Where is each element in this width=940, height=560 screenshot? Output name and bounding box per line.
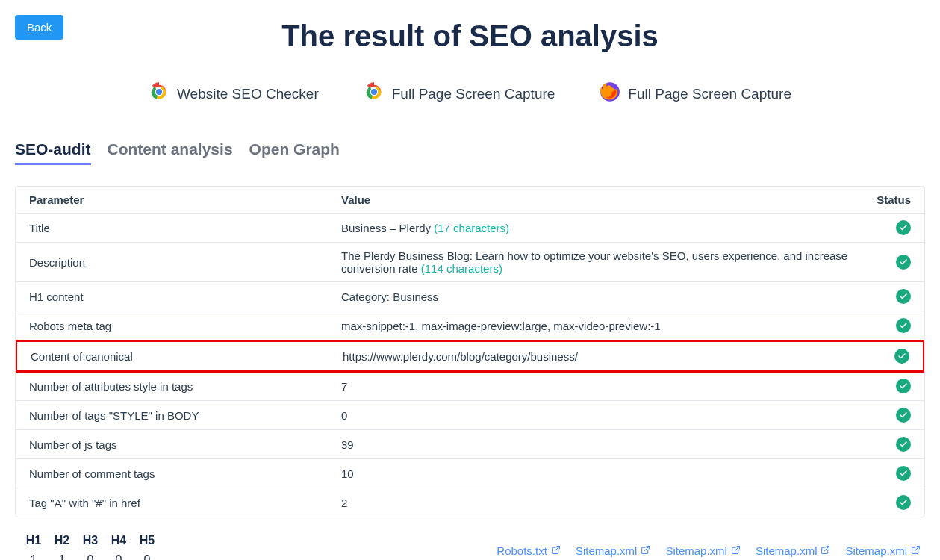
seo-audit-table: Parameter Value Status TitleBusiness – P… <box>15 186 925 517</box>
check-icon <box>896 437 911 452</box>
table-row: Number of attributes style in tags7 <box>16 372 924 401</box>
check-icon <box>896 408 911 423</box>
cell-param: Description <box>29 256 341 269</box>
cell-param: Number of comment tags <box>29 467 341 480</box>
cell-param: Robots meta tag <box>29 320 341 332</box>
cell-status <box>866 408 911 423</box>
heading-label: H2 <box>48 534 76 547</box>
check-icon <box>894 349 909 364</box>
external-link-icon <box>551 544 561 557</box>
page-title: The result of SEO analysis <box>15 19 925 53</box>
footer-link-2[interactable]: Sitemap.xml <box>665 544 741 557</box>
check-icon <box>896 495 911 510</box>
table-row: Number of comment tags10 <box>16 459 924 488</box>
table-row: H1 contentCategory: Business <box>16 282 924 311</box>
cell-status <box>866 466 911 481</box>
external-link-2[interactable]: Full Page Screen Capture <box>600 81 791 106</box>
heading-label: H3 <box>76 534 105 547</box>
footer-row: H11H21H30H40H50 Robots.txtSitemap.xmlSit… <box>15 534 925 560</box>
svg-line-10 <box>825 546 829 550</box>
external-link-row: Website SEO CheckerFull Page Screen Capt… <box>15 81 925 106</box>
svg-point-2 <box>156 89 162 95</box>
check-icon <box>896 220 911 235</box>
char-count-note: (114 characters) <box>418 262 502 275</box>
heading-count-h5: H50 <box>133 534 161 560</box>
check-icon <box>896 255 911 270</box>
cell-value: 10 <box>341 467 866 480</box>
table-row: Content of canonicalhttps://www.plerdy.c… <box>15 340 925 373</box>
heading-value: 0 <box>105 553 133 560</box>
table-header: Parameter Value Status <box>16 187 924 214</box>
footer-link-3[interactable]: Sitemap.xml <box>756 544 831 557</box>
footer-links: Robots.txtSitemap.xmlSitemap.xmlSitemap.… <box>497 544 921 557</box>
check-icon <box>896 289 911 304</box>
check-icon <box>896 318 911 333</box>
chrome-icon <box>149 81 169 106</box>
header-status: Status <box>866 193 911 206</box>
tab-open-graph[interactable]: Open Graph <box>249 140 340 165</box>
footer-link-0[interactable]: Robots.txt <box>497 544 561 557</box>
table-row: Tag "A" with "#" in href2 <box>16 488 924 517</box>
heading-label: H5 <box>133 534 161 547</box>
svg-line-8 <box>645 546 650 550</box>
cell-param: Number of attributes style in tags <box>29 380 341 393</box>
tab-content-analysis[interactable]: Content analysis <box>108 140 233 165</box>
tab-seo-audit[interactable]: SEO-audit <box>15 140 91 165</box>
footer-link-label: Sitemap.xml <box>576 544 638 557</box>
cell-status <box>865 349 909 364</box>
footer-link-1[interactable]: Sitemap.xml <box>576 544 651 557</box>
external-link-icon <box>911 544 921 557</box>
heading-label: H4 <box>105 534 133 547</box>
cell-value: 2 <box>341 497 866 509</box>
heading-count-h1: H11 <box>19 534 48 560</box>
cell-status <box>866 289 911 304</box>
external-link-icon <box>821 544 830 557</box>
chrome-icon <box>364 81 385 106</box>
firefox-icon <box>600 81 620 106</box>
cell-value: 39 <box>341 438 866 451</box>
svg-line-7 <box>555 546 559 550</box>
heading-count-h4: H40 <box>105 534 133 560</box>
link-label: Full Page Screen Capture <box>392 86 555 102</box>
cell-status <box>866 318 911 333</box>
link-label: Full Page Screen Capture <box>628 86 791 102</box>
table-row: Number of tags "STYLE" in BODY0 <box>16 401 924 430</box>
svg-point-5 <box>371 89 377 95</box>
cell-value: https://www.plerdy.com/blog/category/bus… <box>343 350 865 363</box>
tabs: SEO-auditContent analysisOpen Graph <box>15 140 925 165</box>
heading-value: 0 <box>133 553 161 560</box>
footer-link-label: Sitemap.xml <box>845 544 907 557</box>
external-link-0[interactable]: Website SEO Checker <box>149 81 319 106</box>
external-link-icon <box>641 544 650 557</box>
cell-status <box>866 495 911 510</box>
footer-link-4[interactable]: Sitemap.xml <box>845 544 921 557</box>
external-link-icon <box>731 544 741 557</box>
check-icon <box>896 379 911 393</box>
table-row: Number of js tags39 <box>16 430 924 459</box>
external-link-1[interactable]: Full Page Screen Capture <box>364 81 555 106</box>
back-button[interactable]: Back <box>15 15 63 40</box>
table-row: Robots meta tagmax-snippet:-1, max-image… <box>16 311 924 340</box>
table-row: TitleBusiness – Plerdy (17 characters) <box>16 214 924 243</box>
cell-status <box>866 220 911 235</box>
cell-value: 0 <box>341 409 866 422</box>
heading-value: 0 <box>76 553 105 560</box>
heading-count-h3: H30 <box>76 534 105 560</box>
cell-param: Number of js tags <box>29 438 341 451</box>
cell-param: Title <box>29 222 341 234</box>
cell-param: Tag "A" with "#" in href <box>29 497 341 509</box>
heading-value: 1 <box>48 553 76 560</box>
cell-status <box>866 255 911 270</box>
cell-value: The Plerdy Business Blog: Learn how to o… <box>341 249 866 275</box>
link-label: Website SEO Checker <box>177 86 319 102</box>
heading-count-h2: H21 <box>48 534 76 560</box>
svg-line-11 <box>915 546 919 550</box>
char-count-note: (17 characters) <box>431 222 509 234</box>
heading-label: H1 <box>19 534 48 547</box>
footer-link-label: Robots.txt <box>497 544 547 557</box>
check-icon <box>896 466 911 481</box>
cell-param: H1 content <box>29 290 341 303</box>
cell-value: Category: Business <box>341 290 866 303</box>
cell-param: Content of canonical <box>31 350 343 363</box>
cell-status <box>866 437 911 452</box>
